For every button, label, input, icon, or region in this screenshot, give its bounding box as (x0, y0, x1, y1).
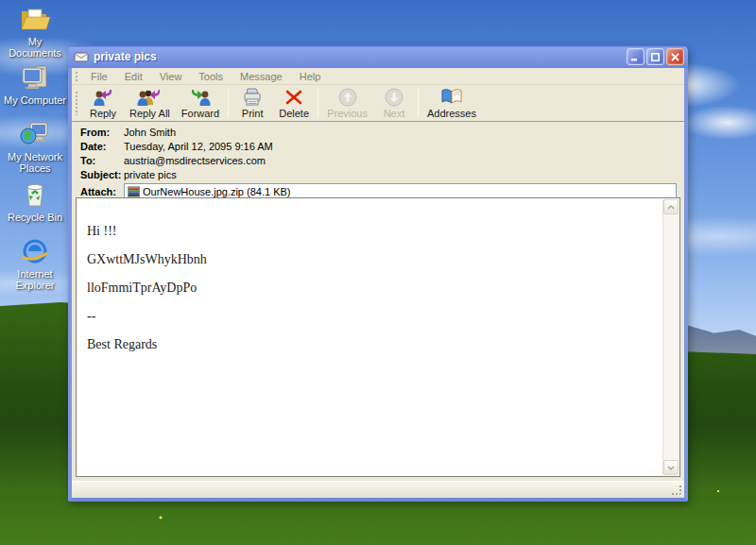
my-computer-icon (19, 62, 51, 93)
zip-file-icon (128, 186, 140, 197)
to-label: To: (80, 155, 124, 166)
desktop: My Documents My Computer (0, 0, 756, 545)
desktop-icon-label: Internet Explorer (3, 268, 67, 291)
toolbar-separator (318, 89, 318, 117)
toolbar-grip[interactable] (75, 91, 79, 115)
reply-all-button[interactable]: Reply All (124, 85, 176, 121)
date-value: Tuesday, April 12, 2095 9:16 AM (124, 141, 273, 152)
maximize-button[interactable] (646, 48, 664, 65)
message-headers: From: John Smith Date: Tuesday, April 12… (72, 122, 684, 205)
internet-explorer-icon (19, 236, 51, 266)
header-from-row: From: John Smith (80, 126, 679, 139)
message-body-panel: Hi !!! GXwttMJsWhykHbnh lloFmmiTprAyDpPo… (76, 197, 680, 477)
message-body-text: Hi !!! GXwttMJsWhykHbnh lloFmmiTprAyDpPo… (77, 198, 679, 352)
header-date-row: Date: Tuesday, April 12, 2095 9:16 AM (80, 140, 679, 153)
window-titlebar[interactable]: private pics (68, 45, 688, 68)
reply-button[interactable]: Reply (82, 85, 124, 121)
desktop-icon-recycle-bin[interactable]: Recycle Bin (3, 179, 67, 223)
minimize-button[interactable] (627, 48, 644, 65)
menu-message[interactable]: Message (232, 69, 291, 84)
scroll-down-button[interactable] (663, 460, 679, 475)
to-value: austria@msdirectservices.com (124, 155, 266, 166)
window-title: private pics (94, 50, 625, 63)
toolbar-separator (228, 89, 229, 117)
from-label: From: (80, 127, 124, 138)
reply-all-label: Reply All (129, 108, 170, 119)
toolbar-separator (418, 89, 419, 117)
previous-label: Previous (327, 108, 368, 119)
desktop-icon-my-computer[interactable]: My Computer (3, 62, 67, 106)
menu-help[interactable]: Help (291, 69, 330, 84)
next-label: Next (384, 108, 405, 119)
next-icon (385, 87, 404, 107)
previous-icon (338, 87, 357, 107)
addresses-icon (440, 87, 463, 107)
forward-icon (189, 87, 212, 107)
desktop-icon-label: Recycle Bin (3, 212, 67, 223)
attachment-name: OurNewHouse.jpg.zip (84.1 KB) (143, 186, 291, 197)
reply-all-icon (136, 87, 163, 107)
desktop-icon-label: My Computer (3, 94, 67, 106)
menu-view[interactable]: View (151, 69, 191, 84)
body-line: GXwttMJsWhykHbnh (87, 251, 655, 267)
addresses-label: Addresses (427, 108, 476, 119)
menubar-grip[interactable] (75, 71, 79, 82)
forward-label: Forward (181, 108, 219, 119)
desktop-icon-internet-explorer[interactable]: Internet Explorer (3, 236, 67, 291)
my-documents-icon (19, 4, 51, 34)
email-window: private pics File Edit View Tools Messag… (68, 45, 688, 502)
delete-button[interactable]: Delete (273, 85, 315, 121)
toolbar: Reply Reply All (72, 85, 684, 122)
menu-edit[interactable]: Edit (116, 69, 151, 84)
desktop-icon-label: My Network Places (3, 151, 67, 174)
menu-tools[interactable]: Tools (190, 69, 232, 84)
header-subject-row: Subject: private pics (80, 168, 679, 181)
menu-bar: File Edit View Tools Message Help (72, 68, 684, 85)
forward-button[interactable]: Forward (176, 85, 225, 121)
reply-icon (92, 87, 114, 107)
body-line: -- (87, 308, 655, 324)
scroll-up-button[interactable] (663, 199, 679, 214)
from-value: John Smith (124, 127, 176, 138)
addresses-button[interactable]: Addresses (421, 85, 482, 121)
close-button[interactable] (666, 48, 684, 65)
subject-label: Subject: (80, 169, 124, 180)
previous-button: Previous (321, 85, 373, 121)
reply-label: Reply (90, 108, 116, 119)
delete-label: Delete (279, 108, 309, 119)
desktop-icon-my-network-places[interactable]: My Network Places (3, 119, 67, 174)
subject-value: private pics (124, 169, 177, 180)
resize-grip[interactable] (671, 485, 683, 497)
desktop-icon-label: My Documents (3, 36, 67, 59)
attach-label: Attach: (80, 186, 124, 197)
status-bar (72, 481, 684, 498)
print-icon (242, 87, 263, 107)
vertical-scrollbar[interactable] (662, 199, 679, 475)
body-line: Hi !!! (87, 223, 655, 239)
next-button: Next (373, 85, 415, 121)
body-line: Best Regards (87, 336, 655, 352)
date-label: Date: (80, 141, 124, 152)
menu-file[interactable]: File (82, 69, 116, 84)
body-line: lloFmmiTprAyDpPo (87, 280, 655, 296)
print-label: Print (242, 108, 264, 119)
delete-icon (285, 87, 302, 107)
print-button[interactable]: Print (232, 85, 273, 121)
my-network-places-icon (19, 119, 51, 149)
desktop-icon-my-documents[interactable]: My Documents (3, 4, 67, 59)
recycle-bin-icon (19, 179, 51, 210)
envelope-icon (74, 50, 89, 63)
header-to-row: To: austria@msdirectservices.com (80, 154, 679, 167)
